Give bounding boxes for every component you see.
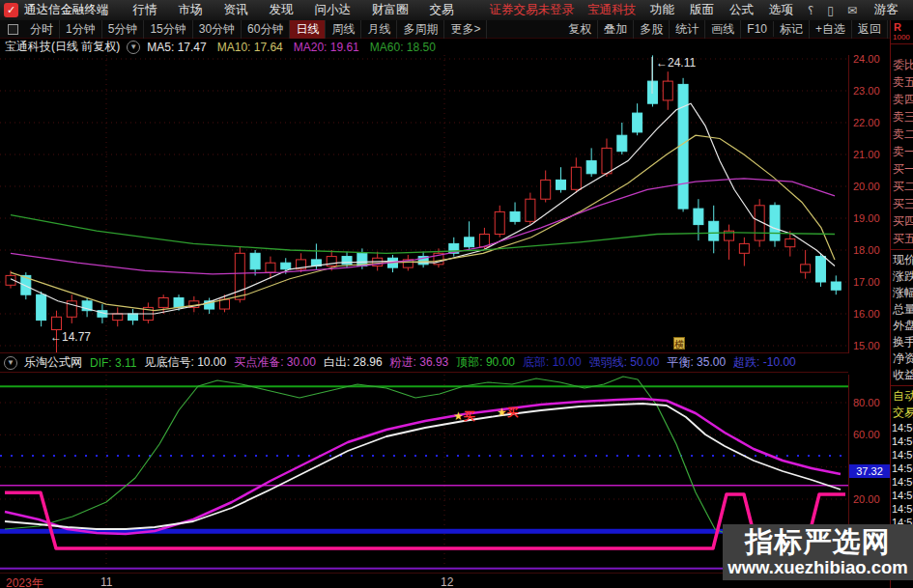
quote-row-买四: 买四	[891, 212, 913, 230]
period-5分钟[interactable]: 5分钟	[102, 20, 145, 39]
trade-time: 14:56	[891, 502, 913, 516]
price-axis-label: 20.00	[853, 181, 880, 192]
quote-panel: R1000委比卖五卖四卖三卖二卖一买一买二买三买四买五现价涨跌涨幅总量外盘换手净…	[890, 20, 913, 588]
price-axis-label: 24.00	[853, 53, 880, 65]
tool-标记[interactable]: 标记	[774, 20, 810, 39]
menu-item-交易[interactable]: 交易	[430, 2, 454, 18]
help-circle-icon[interactable]: ؟	[808, 4, 813, 17]
quote-row-外盘: 外盘	[891, 318, 913, 334]
price-axis-label: 22.00	[853, 117, 880, 128]
period-分时[interactable]: 分时	[24, 20, 60, 39]
price-axis-label: 15.00	[853, 340, 880, 351]
price-annotation: ←24.11	[656, 56, 696, 70]
indicator-header: ▼ 乐淘公式网 DIF: 3.11见底信号: 10.00买点准备: 30.00白…	[0, 353, 848, 373]
tool-复权[interactable]: 复权	[562, 20, 598, 39]
indicator-name[interactable]: 乐淘公式网	[24, 354, 82, 371]
menu-item-资讯[interactable]: 资讯	[224, 2, 248, 18]
period-日线[interactable]: 日线	[290, 20, 326, 39]
last-value-highlight: 37.32	[849, 464, 890, 478]
price-axis-label: 18.00	[853, 244, 880, 256]
period-toolbar: 分时1分钟5分钟15分钟30分钟60分钟日线周线月线多周期更多> 复权叠加多股统…	[0, 20, 890, 39]
menu-item-行情[interactable]: 行情	[133, 2, 157, 18]
ma-value: MA60: 18.50	[370, 41, 436, 54]
menu-item-发现[interactable]: 发现	[270, 2, 294, 18]
indicator-field: DIF: 3.11	[90, 356, 136, 370]
refresh-rate: 1000	[891, 33, 913, 42]
chevron-down-icon[interactable]: ▼	[127, 41, 140, 54]
period-月线[interactable]: 月线	[361, 20, 397, 39]
indicator-field: 强弱线: 50.00	[589, 354, 660, 371]
quote-row-买三: 买三	[891, 195, 913, 212]
quote-row-总量: 总量	[891, 301, 913, 318]
tool-画线[interactable]: 画线	[705, 20, 741, 39]
quote-row-卖一: 卖一	[891, 143, 913, 160]
ma-value: MA20: 19.61	[294, 41, 359, 54]
chart-title: 宝通科技(日线 前复权)	[5, 39, 120, 55]
chevron-down-icon[interactable]: ▼	[4, 356, 17, 370]
trade-time: 14:56	[891, 462, 913, 475]
refresh-flag[interactable]: R	[891, 22, 913, 33]
current-stock-label[interactable]: 宝通科技	[587, 2, 636, 18]
menu-item-功能[interactable]: 功能	[650, 2, 674, 18]
phone-icon[interactable]: ▯	[827, 4, 834, 17]
price-axis-label: 17.00	[853, 276, 880, 288]
watermark: 指标严选网 www.xuezhibiao.com	[723, 524, 913, 580]
quote-row-现价: 现价	[891, 252, 913, 268]
period-1分钟[interactable]: 1分钟	[60, 20, 102, 39]
login-status[interactable]: 证券交易未登录	[489, 2, 574, 18]
price-annotation: ←14.77	[50, 330, 91, 344]
trade-time: 14:56	[891, 448, 913, 462]
quote-row-净资: 净资	[891, 350, 913, 367]
mail-icon[interactable]: ✉	[847, 4, 857, 17]
user-label[interactable]: 游客	[874, 2, 899, 18]
period-30分钟[interactable]: 30分钟	[193, 20, 242, 39]
quote-row-涨幅: 涨幅	[891, 285, 913, 301]
indicator-chart[interactable]: ★买★买	[0, 375, 848, 573]
menu-item-财富圈[interactable]: 财富圈	[372, 2, 409, 18]
menu-item-市场[interactable]: 市场	[179, 2, 203, 18]
indicator-field: 粉进: 36.93	[390, 354, 449, 371]
x-axis-label: 2023年	[6, 575, 43, 588]
tool-F10[interactable]: F10	[741, 21, 774, 37]
period-更多>[interactable]: 更多>	[444, 20, 487, 39]
main-candle-chart[interactable]: ←24.11←14.77横	[0, 55, 848, 353]
menu-bar: ✓ 通达信金融终端 行情市场资讯发现问小达财富圈交易 证券交易未登录 宝通科技 …	[0, 0, 913, 20]
period-60分钟[interactable]: 60分钟	[242, 20, 290, 39]
price-axis-label: 21.00	[853, 149, 880, 160]
action-自动[interactable]: 自动	[891, 388, 913, 405]
tool-+自选[interactable]: +自选	[810, 20, 852, 39]
period-15分钟[interactable]: 15分钟	[144, 20, 192, 39]
quote-row-换手: 换手	[891, 334, 913, 350]
star-icon: ★	[497, 406, 507, 419]
quote-row-买二: 买二	[891, 178, 913, 195]
trade-time: 14:56	[891, 475, 913, 489]
menu-item-问小达[interactable]: 问小达	[315, 2, 352, 18]
price-axis-label: 23.00	[853, 85, 880, 97]
price-axis-label: 19.00	[853, 212, 880, 224]
event-badge[interactable]: 横	[673, 337, 685, 350]
menu-item-版面[interactable]: 版面	[690, 2, 714, 18]
price-axis-label: 16.00	[853, 308, 880, 320]
indicator-field: 买点准备: 30.00	[234, 354, 316, 371]
quote-row-委比: 委比	[891, 56, 913, 73]
app-title: 通达信金融终端	[24, 2, 109, 18]
tool-叠加[interactable]: 叠加	[598, 20, 634, 39]
chart-title-bar: 宝通科技(日线 前复权) ▼ MA5: 17.47MA10: 17.64MA20…	[0, 39, 848, 55]
menu-item-公式[interactable]: 公式	[729, 2, 754, 18]
action-交易[interactable]: 交易	[891, 405, 913, 421]
quote-row-卖五: 卖五	[891, 73, 913, 91]
indicator-field: 顶部: 90.00	[456, 354, 515, 371]
tool-统计[interactable]: 统计	[670, 20, 705, 39]
main-chart-svg: ←24.11←14.77	[0, 55, 848, 352]
menu-item-选项[interactable]: 选项	[769, 2, 793, 18]
indicator-axis-label: 20.00	[853, 493, 880, 505]
trade-time: 14:56	[891, 489, 913, 502]
indicator-field: 底部: 10.00	[523, 354, 582, 371]
quote-row-卖三: 卖三	[891, 108, 913, 126]
quote-row-收益: 收益	[891, 367, 913, 383]
tool-多股[interactable]: 多股	[634, 20, 670, 39]
period-周线[interactable]: 周线	[326, 20, 361, 39]
window-mode-icon[interactable]	[8, 24, 18, 35]
period-多周期[interactable]: 多周期	[397, 20, 444, 39]
tool-返回[interactable]: 返回	[852, 20, 888, 39]
